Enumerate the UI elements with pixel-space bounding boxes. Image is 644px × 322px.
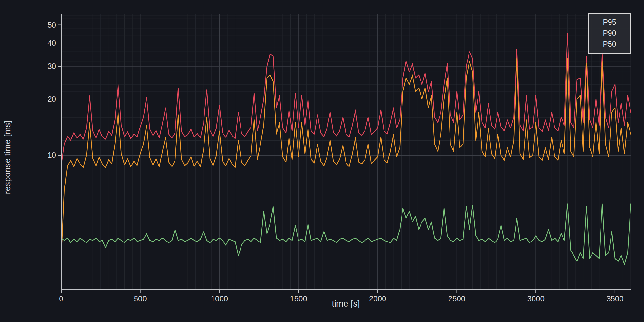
y-axis-title: response time [ms] [3, 80, 15, 234]
svg-text:10: 10 [47, 151, 56, 159]
svg-text:20: 20 [47, 95, 56, 103]
legend: P95 P90 P50 [588, 13, 631, 54]
svg-text:0: 0 [59, 294, 63, 303]
svg-text:2500: 2500 [448, 294, 465, 303]
svg-text:500: 500 [134, 294, 147, 303]
x-axis-title: time [s] [281, 299, 410, 309]
svg-text:1000: 1000 [211, 294, 228, 303]
tick-marks [58, 25, 615, 293]
svg-text:3500: 3500 [606, 294, 623, 303]
svg-text:40: 40 [47, 39, 56, 47]
legend-item-p90: P90 [589, 28, 630, 39]
response-time-chart: 05001000150020002500300035001020304050 r… [0, 0, 644, 322]
legend-item-p50: P50 [589, 39, 630, 50]
legend-item-p95: P95 [589, 17, 630, 28]
svg-text:50: 50 [47, 21, 56, 29]
plot-canvas: 05001000150020002500300035001020304050 [0, 0, 644, 322]
svg-text:30: 30 [47, 62, 56, 71]
grid-minor-lines [61, 14, 631, 290]
svg-text:3000: 3000 [527, 294, 544, 303]
